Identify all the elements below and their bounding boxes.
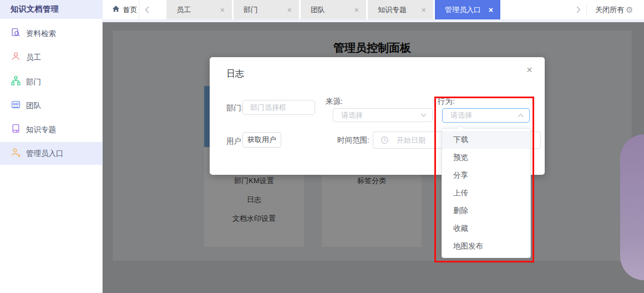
dropdown-option-upload[interactable]: 上传 [442, 184, 530, 202]
time-range-label: 时间范围: [337, 135, 369, 145]
close-tab-icon[interactable]: × [422, 6, 433, 14]
sidebar: 知识文档管理 资料检索 员工 [0, 0, 103, 293]
team-icon [11, 100, 21, 112]
action-label: 行为: [438, 97, 455, 107]
app-title-bar: 知识文档管理 [0, 0, 103, 19]
action-dropdown-menu: 下载 预览 分享 上传 删除 收藏 地图发布 [442, 128, 531, 258]
close-all-label: 关闭所有 [595, 5, 624, 15]
doc-search-icon [11, 28, 21, 39]
close-tab-icon[interactable]: × [220, 6, 232, 14]
app-title: 知识文档管理 [11, 4, 59, 14]
department-input[interactable] [242, 100, 315, 115]
scroll-tabs-left-icon[interactable] [140, 0, 154, 19]
sidebar-item-label: 知识专题 [26, 125, 56, 135]
tab-label: 团队 [301, 5, 354, 15]
sidebar-item-label: 团队 [26, 101, 41, 111]
home-icon [112, 5, 120, 14]
tab-employees[interactable]: 员工 × [166, 0, 232, 19]
tab-label: 部门 [234, 5, 287, 15]
sidebar-item-search[interactable]: 资料检索 [0, 22, 103, 45]
dropdown-option-download[interactable]: 下载 [442, 131, 530, 149]
get-user-button[interactable]: 获取用户 [242, 132, 281, 148]
sidebar-item-label: 资料检索 [26, 29, 56, 39]
source-placeholder: 请选择 [333, 110, 420, 120]
gear-icon[interactable]: ⚙ [626, 0, 633, 19]
close-icon[interactable]: × [526, 64, 533, 75]
source-label: 来源: [326, 97, 343, 107]
book-icon [11, 124, 21, 135]
app-window: 知识文档管理 资料检索 员工 [0, 0, 644, 293]
sidebar-item-departments[interactable]: 部门 [0, 70, 103, 93]
divider [586, 4, 587, 15]
close-all-tabs-button[interactable]: 关闭所有 [595, 0, 624, 19]
tab-home[interactable]: 首页 [110, 0, 139, 19]
start-date-placeholder: 开始日期 [397, 135, 425, 145]
tab-topics[interactable]: 知识专题 × [368, 0, 433, 19]
tabbar-bottom-strip [103, 19, 644, 22]
tab-bar: 首页 员工 × 部门 × 团队 × 知识专题 × 管理员入口 × [103, 0, 644, 22]
org-chart-icon [11, 76, 21, 88]
sidebar-item-admin[interactable]: 管理员入口 [0, 142, 103, 165]
tab-label: 员工 [166, 5, 220, 15]
tab-departments[interactable]: 部门 × [234, 0, 299, 19]
dropdown-option-preview[interactable]: 预览 [442, 149, 530, 166]
action-select[interactable]: 请选择 [442, 108, 530, 123]
dropdown-option-map-publish[interactable]: 地图发布 [442, 238, 530, 255]
dialog-title: 日志 [226, 68, 244, 80]
chevron-up-icon [518, 114, 529, 118]
close-tab-icon[interactable]: × [354, 6, 366, 14]
assistant-widget[interactable] [620, 134, 644, 280]
clock-icon [381, 136, 389, 146]
department-label: 部门: [226, 103, 244, 113]
sidebar-item-label: 员工 [26, 53, 41, 63]
dropdown-option-share[interactable]: 分享 [442, 166, 530, 184]
sidebar-item-employees[interactable]: 员工 [0, 46, 103, 69]
action-placeholder: 请选择 [443, 110, 518, 120]
person-icon [11, 52, 21, 63]
close-tab-icon[interactable]: × [287, 6, 299, 14]
scroll-tabs-right-icon[interactable] [571, 0, 585, 19]
chevron-down-icon [420, 113, 432, 117]
sidebar-item-label: 管理员入口 [26, 149, 64, 159]
sidebar-item-topics[interactable]: 知识专题 [0, 118, 103, 141]
dropdown-option-delete[interactable]: 删除 [442, 202, 530, 220]
tab-admin-active[interactable]: 管理员入口 × [435, 0, 500, 19]
tab-teams[interactable]: 团队 × [301, 0, 366, 19]
tab-home-label: 首页 [123, 5, 138, 15]
sidebar-item-teams[interactable]: 团队 [0, 94, 103, 117]
tab-label: 知识专题 [368, 5, 422, 15]
sidebar-item-label: 部门 [26, 77, 41, 87]
source-select[interactable]: 请选择 [333, 108, 433, 122]
tab-label: 管理员入口 [435, 5, 489, 15]
close-tab-icon[interactable]: × [489, 6, 500, 14]
dropdown-option-favorite[interactable]: 收藏 [442, 220, 530, 238]
admin-key-icon [11, 148, 21, 159]
